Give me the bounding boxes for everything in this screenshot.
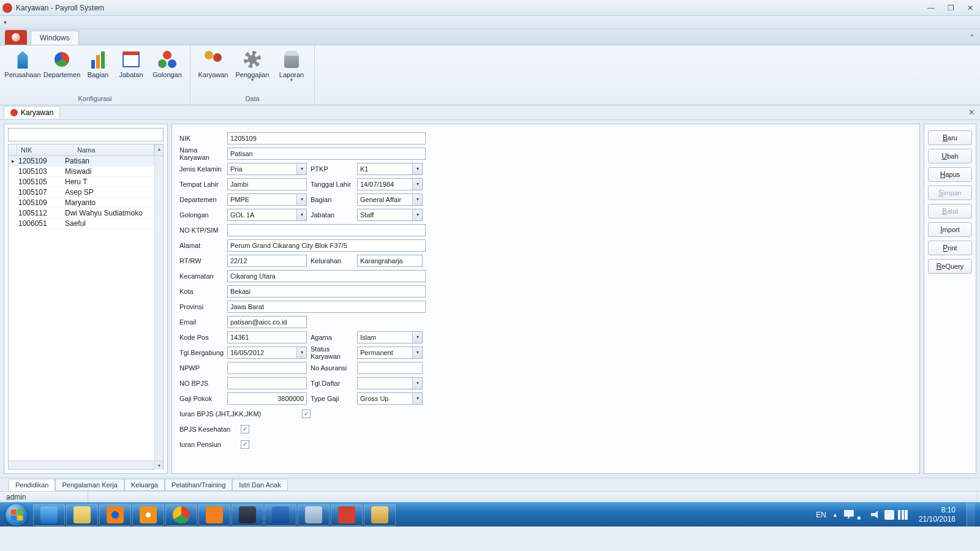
nama-field[interactable] <box>227 148 426 160</box>
table-row[interactable]: 1005105Heru T <box>9 177 154 187</box>
tab-keluarga[interactable]: Keluarga <box>124 479 165 491</box>
grid-scrollbar[interactable] <box>154 156 163 460</box>
npwp-field[interactable] <box>227 362 307 374</box>
ribbon-item-bagian[interactable]: Bagian <box>83 48 113 94</box>
requery-button[interactable]: ReQuery <box>928 259 972 274</box>
iuran-pensiun-checkbox[interactable]: ✓ <box>241 440 249 449</box>
taskbar-item-file-explorer[interactable] <box>66 504 98 526</box>
rtrw-field[interactable] <box>227 255 307 267</box>
chevron-down-icon[interactable]: ▾ <box>296 194 306 205</box>
taskbar-item-firefox[interactable] <box>99 504 131 526</box>
grid-scroll-up-icon[interactable]: ▴ <box>154 144 163 153</box>
tray-network-icon[interactable] <box>858 510 867 520</box>
table-row[interactable]: ▸1205109Patisan <box>9 156 154 167</box>
chevron-down-icon[interactable]: ▾ <box>412 393 422 404</box>
taskbar-clock[interactable]: 8:10 21/10/2016 <box>914 506 960 523</box>
ribbon-item-karyawan[interactable]: Karyawan <box>195 48 231 94</box>
hapus-button[interactable]: Hapus <box>928 167 972 182</box>
no-bpjs-field[interactable] <box>227 377 307 389</box>
chevron-down-icon[interactable]: ▾ <box>296 209 306 220</box>
import-button[interactable]: Import <box>928 222 972 237</box>
application-menu-button[interactable] <box>5 30 27 45</box>
document-tabstrip: Karyawan ✕ <box>0 105 980 120</box>
ribbon-item-penggajian[interactable]: Penggajian▾ <box>235 48 270 94</box>
label-kota: Kota <box>179 288 227 295</box>
tray-chevron-up-icon[interactable]: ▲ <box>832 512 838 518</box>
table-row[interactable]: 1005112Dwi Wahyu Sudiatmoko <box>9 208 154 219</box>
ribbon-item-jabatan[interactable]: Jabatan <box>116 48 146 94</box>
close-button[interactable]: ✕ <box>963 3 978 13</box>
document-tab-close-icon[interactable]: ✕ <box>968 108 975 117</box>
minimize-button[interactable]: — <box>924 3 938 13</box>
show-desktop-button[interactable] <box>967 503 975 527</box>
taskbar-item-chrome[interactable] <box>165 504 197 526</box>
print-button[interactable]: Print <box>928 241 972 255</box>
paint-icon <box>371 506 388 523</box>
ubah-button[interactable]: Ubah <box>928 149 972 163</box>
nik-field[interactable] <box>227 132 426 144</box>
tab-pelatihan-training[interactable]: Pelatihan/Training <box>165 479 232 491</box>
taskbar-item-paint[interactable] <box>364 504 396 526</box>
maximize-button[interactable]: ❐ <box>943 3 958 13</box>
start-button[interactable] <box>2 503 31 527</box>
ribbon-item-laporan[interactable]: Laporan▾ <box>274 48 309 94</box>
chevron-down-icon[interactable]: ▾ <box>296 347 306 358</box>
tray-power-icon[interactable] <box>884 510 894 520</box>
taskbar-item-xampp[interactable] <box>198 504 230 526</box>
kota-field[interactable] <box>227 285 426 298</box>
no-asuransi-field[interactable] <box>357 362 423 374</box>
chevron-down-icon[interactable]: ▾ <box>412 347 422 358</box>
chevron-down-icon[interactable]: ▾ <box>412 209 422 220</box>
alamat-field[interactable] <box>227 239 426 252</box>
ribbon-item-golongan[interactable]: Golongan <box>149 48 185 94</box>
taskbar-item-app-red[interactable] <box>331 504 363 526</box>
document-tab-karyawan[interactable]: Karyawan <box>4 106 60 119</box>
taskbar-item-putty[interactable] <box>232 504 263 526</box>
ribbon-tab-windows[interactable]: Windows <box>31 31 79 45</box>
tempat-lahir-field[interactable] <box>227 178 307 190</box>
email-field[interactable] <box>227 316 307 328</box>
table-row[interactable]: 1005109Maryanto <box>9 198 154 208</box>
jenis-kelamin-field[interactable] <box>227 163 307 175</box>
tray-signal-icon[interactable] <box>898 510 908 520</box>
table-row[interactable]: 1005103Miswadi <box>9 167 154 177</box>
chevron-down-icon[interactable]: ▾ <box>412 179 422 190</box>
table-row[interactable]: 1006051Saeful <box>9 219 154 229</box>
table-row[interactable]: 1005107Asep SP <box>9 187 154 198</box>
baru-button[interactable]: Baru <box>928 130 972 145</box>
grid-scroll-down-icon[interactable]: ▾ <box>154 461 163 470</box>
tray-action-center-icon[interactable] <box>844 510 854 520</box>
taskbar-item-mail[interactable] <box>298 504 330 526</box>
taskbar-item-thunderbird[interactable] <box>265 504 296 526</box>
iuran-bpjs-checkbox[interactable]: ✓ <box>302 410 311 418</box>
tab-pengalaman-kerja[interactable]: Pengalaman Kerja <box>55 479 124 491</box>
tab-pendidikan[interactable]: Pendidikan <box>9 479 55 491</box>
grid-header-nik[interactable]: NIK <box>17 144 74 156</box>
grid-header-nama[interactable]: Nama <box>74 144 154 156</box>
ribbon-item-perusahaan[interactable]: Perusahaan <box>5 48 40 94</box>
search-input[interactable] <box>8 128 164 141</box>
taskbar-item-media-player[interactable] <box>132 504 164 526</box>
gaji-pokok-field[interactable] <box>227 392 307 405</box>
kecamatan-field[interactable] <box>227 270 426 282</box>
golongan-field[interactable] <box>227 209 307 221</box>
chevron-down-icon[interactable]: ▾ <box>412 378 422 389</box>
tray-volume-icon[interactable] <box>871 510 881 520</box>
chevron-down-icon[interactable]: ▾ <box>412 163 422 174</box>
language-indicator[interactable]: EN <box>816 511 826 519</box>
chevron-down-icon[interactable]: ▾ <box>412 332 422 343</box>
taskbar-item-explorer-ie[interactable] <box>33 504 65 526</box>
departemen-field[interactable] <box>227 193 307 206</box>
tab-istri-dan-anak[interactable]: Istri Dan Anak <box>232 479 287 491</box>
bpjs-kesehatan-checkbox[interactable]: ✓ <box>241 425 249 433</box>
provinsi-field[interactable] <box>227 301 426 313</box>
ribbon-item-departemen[interactable]: Departemen <box>44 48 80 94</box>
kelurahan-field[interactable] <box>357 255 423 267</box>
qat-dropdown-icon[interactable]: ▾ <box>4 19 7 26</box>
kodepos-field[interactable] <box>227 331 307 343</box>
ribbon-collapse-icon[interactable]: ⌃ <box>969 33 975 42</box>
noktp-field[interactable] <box>227 224 426 236</box>
chevron-down-icon[interactable]: ▾ <box>296 163 306 174</box>
tgl-bergabung-field[interactable] <box>227 347 307 359</box>
chevron-down-icon[interactable]: ▾ <box>412 194 422 205</box>
